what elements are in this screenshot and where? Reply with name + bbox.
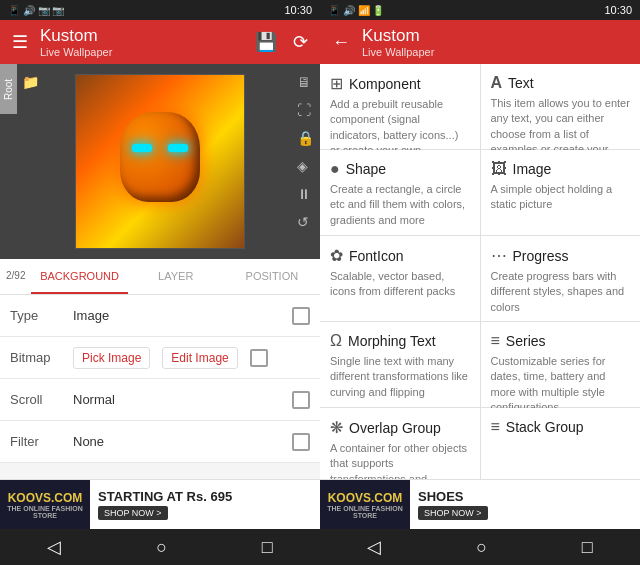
lock-icon[interactable]: 🔒 xyxy=(297,130,314,146)
right-ad-tagline: THE ONLINE FASHION STORE xyxy=(326,505,404,519)
shape-header: ● Shape xyxy=(330,160,470,178)
prop-filter-checkbox[interactable] xyxy=(292,433,310,451)
prop-scroll: Scroll Normal xyxy=(0,379,320,421)
stack-header: ≡ Stack Group xyxy=(491,418,631,436)
fonticon-name: FontIcon xyxy=(349,248,403,264)
ironman-eye-left xyxy=(132,144,152,152)
left-status-time: 10:30 xyxy=(284,4,312,16)
text-header: A Text xyxy=(491,74,631,92)
overlap-header: ❋ Overlap Group xyxy=(330,418,470,437)
left-ad-tagline: THE ONLINE FASHION STORE xyxy=(6,505,84,519)
morphing-name: Morphing Text xyxy=(348,333,436,349)
overlap-name: Overlap Group xyxy=(349,420,441,436)
component-morphing-text[interactable]: Ω Morphing Text Single line text with ma… xyxy=(320,322,480,407)
right-nav-bar: ◁ ○ □ xyxy=(320,529,640,565)
edit-image-btn[interactable]: Edit Image xyxy=(162,347,237,369)
left-nav-back[interactable]: ◁ xyxy=(31,532,77,562)
component-grid: ⊞ Komponent Add a prebuilt reusable comp… xyxy=(320,64,640,479)
component-image[interactable]: 🖼 Image A simple object holding a static… xyxy=(481,150,641,235)
prop-bitmap-label: Bitmap xyxy=(10,350,65,365)
app-name-right: Kustom xyxy=(362,26,632,46)
left-status-icons: 📱 🔊 📷 📷 xyxy=(8,5,64,16)
right-ad-promo: SHOES xyxy=(418,489,632,504)
image-desc: A simple object holding a static picture xyxy=(491,182,631,213)
right-nav-recents[interactable]: □ xyxy=(566,533,609,562)
prop-type-checkbox[interactable] xyxy=(292,307,310,325)
right-ad-content: SHOES SHOP NOW > xyxy=(410,485,640,524)
component-overlap-group[interactable]: ❋ Overlap Group A container for other ob… xyxy=(320,408,480,479)
left-nav-recents[interactable]: □ xyxy=(246,533,289,562)
app-subtitle-left: Live Wallpaper xyxy=(40,46,243,58)
prop-filter-value: None xyxy=(73,434,284,449)
tab-layer[interactable]: LAYER xyxy=(128,259,224,294)
prop-scroll-label: Scroll xyxy=(10,392,65,407)
component-series[interactable]: ≡ Series Customizable series for dates, … xyxy=(481,322,641,407)
overlap-desc: A container for other objects that suppo… xyxy=(330,441,470,479)
component-stack-group[interactable]: ≡ Stack Group xyxy=(481,408,641,479)
app-name-left: Kustom xyxy=(40,26,243,46)
fullscreen-icon[interactable]: ⛶ xyxy=(297,102,314,118)
right-ad-cta[interactable]: SHOP NOW > xyxy=(418,506,488,520)
right-ad-brand: KOOVS.COM xyxy=(328,491,403,505)
left-ad-promo: STARTING AT Rs. 695 xyxy=(98,489,312,504)
left-nav-home[interactable]: ○ xyxy=(140,533,183,562)
component-text[interactable]: A Text This item allows you to enter any… xyxy=(481,64,641,149)
prop-scroll-value: Normal xyxy=(73,392,284,407)
morphing-desc: Single line text with many different tra… xyxy=(330,354,470,400)
progress-name: Progress xyxy=(513,248,569,264)
component-komponent[interactable]: ⊞ Komponent Add a prebuilt reusable comp… xyxy=(320,64,480,149)
right-status-icons: 📱 🔊 📶 🔋 xyxy=(328,5,384,16)
prop-bitmap-checkbox[interactable] xyxy=(250,349,268,367)
right-status-time: 10:30 xyxy=(604,4,632,16)
right-nav-back[interactable]: ◁ xyxy=(351,532,397,562)
component-shape[interactable]: ● Shape Create a rectangle, a circle etc… xyxy=(320,150,480,235)
left-ad-cta[interactable]: SHOP NOW > xyxy=(98,506,168,520)
stack-name: Stack Group xyxy=(506,419,584,435)
komponent-icon: ⊞ xyxy=(330,74,343,93)
image-name: Image xyxy=(513,161,552,177)
morphing-header: Ω Morphing Text xyxy=(330,332,470,350)
text-icon: A xyxy=(491,74,503,92)
tab-position[interactable]: POSITION xyxy=(224,259,320,294)
komponent-name: Komponent xyxy=(349,76,421,92)
left-ad-logo: KOOVS.COM THE ONLINE FASHION STORE xyxy=(0,480,90,529)
text-name: Text xyxy=(508,75,534,91)
history-icon[interactable]: ⟳ xyxy=(289,27,312,57)
monitor-icon[interactable]: 🖥 xyxy=(297,74,314,90)
left-ad-banner: KOOVS.COM THE ONLINE FASHION STORE START… xyxy=(0,479,320,529)
prop-filter-label: Filter xyxy=(10,434,65,449)
morphing-icon: Ω xyxy=(330,332,342,350)
preview-image xyxy=(75,74,245,249)
progress-icon: ⋯ xyxy=(491,246,507,265)
tabs-row: 2/92 BACKGROUND LAYER POSITION xyxy=(0,259,320,295)
right-nav-home[interactable]: ○ xyxy=(460,533,503,562)
app-subtitle-right: Live Wallpaper xyxy=(362,46,632,58)
back-arrow-icon[interactable]: ← xyxy=(328,28,354,57)
tab-background[interactable]: BACKGROUND xyxy=(31,259,127,294)
prop-type-label: Type xyxy=(10,308,65,323)
prop-scroll-checkbox[interactable] xyxy=(292,391,310,409)
folder-icon[interactable]: 📁 xyxy=(22,74,39,90)
left-ad-brand: KOOVS.COM xyxy=(8,491,83,505)
pick-image-btn[interactable]: Pick Image xyxy=(73,347,150,369)
property-list: Type Image Bitmap Pick Image Edit Image … xyxy=(0,295,320,479)
refresh-icon[interactable]: ↺ xyxy=(297,214,314,230)
save-icon[interactable]: 💾 xyxy=(251,27,281,57)
left-status-bar: 📱 🔊 📷 📷 10:30 xyxy=(0,0,320,20)
series-icon: ≡ xyxy=(491,332,500,350)
shape-name: Shape xyxy=(346,161,386,177)
component-fonticon[interactable]: ✿ FontIcon Scalable, vector based, icons… xyxy=(320,236,480,321)
layers-icon[interactable]: ◈ xyxy=(297,158,314,174)
ironman-head xyxy=(120,112,200,202)
overlap-icon: ❋ xyxy=(330,418,343,437)
pause-icon[interactable]: ⏸ xyxy=(297,186,314,202)
menu-icon[interactable]: ☰ xyxy=(8,27,32,57)
ironman-eye-right xyxy=(168,144,188,152)
ironman-graphic xyxy=(110,102,210,222)
komponent-header: ⊞ Komponent xyxy=(330,74,470,93)
series-header: ≡ Series xyxy=(491,332,631,350)
stack-icon: ≡ xyxy=(491,418,500,436)
right-panel: 📱 🔊 📶 🔋 10:30 ← Kustom Live Wallpaper ⊞ … xyxy=(320,0,640,565)
image-icon: 🖼 xyxy=(491,160,507,178)
component-progress[interactable]: ⋯ Progress Create progress bars with dif… xyxy=(481,236,641,321)
